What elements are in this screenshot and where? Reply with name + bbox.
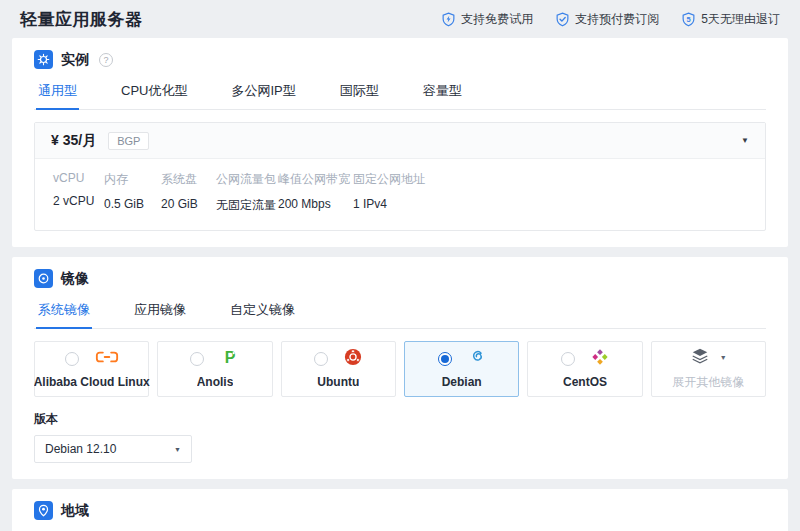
- svg-text:5: 5: [687, 15, 691, 24]
- badge-refund-policy-label: 5天无理由退订: [701, 11, 780, 28]
- image-tabs: 系统镜像 应用镜像 自定义镜像: [34, 294, 766, 329]
- plan-selector: ¥ 35/月 BGP ▼ vCPU 2 vCPU 内存 0.5 GiB 系统盘 …: [34, 122, 766, 231]
- tab-system-image[interactable]: 系统镜像: [36, 294, 92, 329]
- spec-label: 峰值公网带宽: [278, 171, 353, 188]
- image-icon: [34, 269, 53, 288]
- spec-fixed-public-ip: 固定公网地址 1 IPv4: [353, 171, 435, 214]
- radio-unchecked[interactable]: [314, 352, 328, 366]
- alibaba-cloud-linux-logo-icon: [95, 350, 119, 368]
- spec-label: 内存: [104, 171, 161, 188]
- os-name: CentOS: [563, 375, 607, 389]
- instance-section: 实例 ? 通用型 CPU优化型 多公网IP型 国际型 容量型 ¥ 35/月 BG…: [12, 38, 788, 247]
- badge-refund-policy[interactable]: 5 5天无理由退订: [681, 11, 780, 28]
- instance-type-tabs: 通用型 CPU优化型 多公网IP型 国际型 容量型: [34, 75, 766, 110]
- page-header: 轻量应用服务器 支持免费试用 支持预付费订阅: [0, 0, 800, 38]
- os-options: Alibaba Cloud Linux P Anolis: [34, 341, 766, 397]
- bgp-badge: BGP: [108, 132, 149, 150]
- radio-unchecked[interactable]: [561, 352, 575, 366]
- spec-vcpu: vCPU 2 vCPU: [53, 171, 104, 214]
- radio-unchecked[interactable]: [190, 352, 204, 366]
- spec-traffic-package: 公网流量包 无固定流量: [216, 171, 278, 214]
- tab-capacity[interactable]: 容量型: [421, 75, 464, 109]
- shield-lightning-icon: [441, 12, 456, 27]
- os-card-debian[interactable]: Debian: [404, 341, 519, 397]
- spec-label: vCPU: [53, 171, 104, 185]
- header-badges: 支持免费试用 支持预付费订阅 5 5天无理由退订: [441, 11, 780, 28]
- instance-icon: [34, 50, 53, 69]
- os-card-anolis[interactable]: P Anolis: [157, 341, 272, 397]
- badge-prepaid-subscription-label: 支持预付费订阅: [575, 11, 659, 28]
- spec-value: 0.5 GiB: [104, 197, 161, 211]
- spec-value: 200 Mbps: [278, 197, 353, 211]
- os-name: Ubuntu: [317, 375, 359, 389]
- instance-section-header: 实例 ?: [34, 50, 766, 69]
- spec-value: 20 GiB: [161, 197, 216, 211]
- spec-label: 系统盘: [161, 171, 216, 188]
- plan-price: ¥ 35/月: [51, 132, 96, 150]
- region-icon: [34, 501, 53, 520]
- tab-international[interactable]: 国际型: [338, 75, 381, 109]
- os-name: Anolis: [197, 375, 234, 389]
- spec-peak-bandwidth: 峰值公网带宽 200 Mbps: [278, 171, 353, 214]
- image-section-header: 镜像: [34, 269, 766, 288]
- tab-general-type[interactable]: 通用型: [36, 75, 79, 110]
- svg-text:P: P: [225, 349, 236, 366]
- os-card-alibaba-cloud-linux[interactable]: Alibaba Cloud Linux: [34, 341, 149, 397]
- spec-value: 2 vCPU: [53, 194, 104, 208]
- radio-unchecked[interactable]: [65, 352, 79, 366]
- expand-other-images-label: 展开其他镜像: [672, 374, 744, 391]
- spec-label: 固定公网地址: [353, 171, 435, 188]
- version-dropdown[interactable]: Debian 12.10 ▼: [34, 435, 192, 463]
- spec-value: 无固定流量: [216, 197, 278, 214]
- centos-logo-icon: [591, 348, 609, 370]
- tab-app-image[interactable]: 应用镜像: [132, 294, 188, 328]
- version-value: Debian 12.10: [45, 442, 116, 456]
- image-section: 镜像 系统镜像 应用镜像 自定义镜像 Alibaba Cloud Linux: [12, 257, 788, 479]
- os-name: Debian: [442, 375, 482, 389]
- tab-cpu-optimized[interactable]: CPU优化型: [119, 75, 189, 109]
- radio-checked[interactable]: [438, 352, 452, 366]
- chevron-down-icon: ▼: [720, 354, 727, 361]
- badge-prepaid-subscription[interactable]: 支持预付费订阅: [555, 11, 659, 28]
- chevron-down-icon: ▼: [174, 446, 181, 453]
- expand-other-images-button[interactable]: ▼ 展开其他镜像: [651, 341, 766, 397]
- plan-specs: vCPU 2 vCPU 内存 0.5 GiB 系统盘 20 GiB 公网流量包 …: [35, 159, 765, 230]
- spec-label: 公网流量包: [216, 171, 278, 188]
- os-card-ubuntu[interactable]: Ubuntu: [281, 341, 396, 397]
- chevron-down-icon: ▼: [741, 136, 749, 145]
- ubuntu-logo-icon: [344, 348, 362, 370]
- version-label: 版本: [34, 411, 766, 428]
- layers-icon: [690, 346, 710, 370]
- page-title: 轻量应用服务器: [20, 8, 143, 31]
- tab-custom-image[interactable]: 自定义镜像: [228, 294, 297, 328]
- spec-value: 1 IPv4: [353, 197, 435, 211]
- badge-free-trial[interactable]: 支持免费试用: [441, 11, 533, 28]
- os-name: Alibaba Cloud Linux: [34, 375, 150, 389]
- region-section: 地域 上海 ▼: [12, 489, 788, 531]
- anolis-logo-icon: P: [220, 347, 240, 371]
- image-section-title: 镜像: [61, 270, 89, 288]
- region-section-title: 地域: [61, 502, 89, 520]
- plan-selector-header[interactable]: ¥ 35/月 BGP ▼: [35, 123, 765, 159]
- spec-system-disk: 系统盘 20 GiB: [161, 171, 216, 214]
- debian-logo-icon: [468, 348, 486, 370]
- instance-section-title: 实例: [61, 51, 89, 69]
- spec-memory: 内存 0.5 GiB: [104, 171, 161, 214]
- os-card-centos[interactable]: CentOS: [527, 341, 642, 397]
- region-section-header: 地域: [34, 501, 766, 520]
- help-icon[interactable]: ?: [99, 53, 113, 67]
- shield-5-icon: 5: [681, 12, 696, 27]
- shield-check-icon: [555, 12, 570, 27]
- tab-multi-public-ip[interactable]: 多公网IP型: [229, 75, 297, 109]
- badge-free-trial-label: 支持免费试用: [461, 11, 533, 28]
